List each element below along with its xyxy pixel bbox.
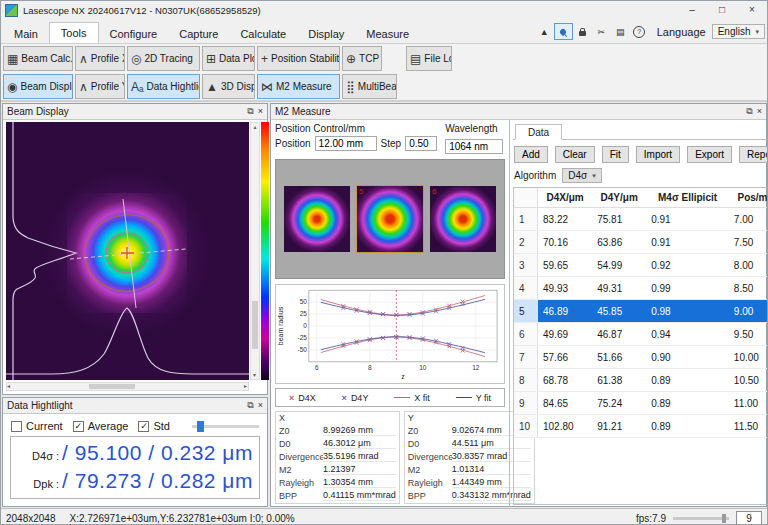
table-row-6[interactable]: 649.6946.870.949.50 — [514, 323, 768, 346]
wavelength-input[interactable] — [445, 139, 503, 154]
scroll-left-icon[interactable]: ◂ — [7, 383, 10, 390]
menu-item-measure[interactable]: Measure — [355, 24, 420, 43]
checkbox-current[interactable]: Current — [11, 420, 63, 432]
toolbar-button-2d-tracing[interactable]: ◎2D Tracing — [127, 46, 200, 71]
toolbar-button-profile-y[interactable]: ∧Profile Y — [75, 74, 125, 99]
fit-row-d0: D046.3012 μm — [279, 437, 396, 450]
close-icon[interactable]: × — [258, 106, 263, 117]
wavelength-label: Wavelength — [445, 123, 505, 134]
clear-button[interactable]: Clear — [555, 146, 595, 163]
checkbox-box[interactable] — [11, 421, 22, 432]
chevron-down-icon: ▾ — [592, 172, 596, 180]
import-button[interactable]: Import — [636, 146, 680, 163]
beam-thumbnail-1[interactable] — [284, 186, 350, 252]
fit-row-rayleigh: Rayleigh1.30354 mm — [279, 476, 396, 489]
checkbox-std[interactable]: ✓Std — [138, 420, 170, 432]
highlight-slider-thumb[interactable] — [197, 421, 204, 432]
table-row-3[interactable]: 359.6554.990.928.00 — [514, 254, 768, 277]
toolbar-button-position-stability[interactable]: +Position Stability — [257, 46, 340, 71]
data-highlight-controls: Current✓Average✓Std — [3, 414, 267, 434]
add-button[interactable]: Add — [514, 146, 548, 163]
scroll-right-icon[interactable]: ▸ — [244, 383, 247, 390]
frame-value-box[interactable]: 9 — [736, 511, 762, 525]
m2-left-column: Position Control/mm Position Step Wavele… — [271, 120, 509, 507]
log-file-icon[interactable]: ▤ — [611, 23, 630, 40]
checkbox-box[interactable]: ✓ — [73, 421, 84, 432]
status-bar: 2048x2048 X:2.726971e+03um,Y:6.232781e+0… — [1, 508, 767, 525]
table-header-index — [514, 188, 538, 208]
table-row-9[interactable]: 984.6575.240.8911.00 — [514, 392, 768, 415]
table-row-1[interactable]: 183.2275.810.917.00 — [514, 208, 768, 231]
menu-item-display[interactable]: Display — [297, 24, 355, 43]
table-row-8[interactable]: 868.7861.380.8910.50 — [514, 369, 768, 392]
toolbar-button-multibeam[interactable]: ⣿MultiBeam — [342, 74, 397, 99]
toolbar-button-tcp[interactable]: ⊕TCP — [342, 46, 382, 71]
restore-icon[interactable]: ⧉ — [247, 400, 253, 411]
scroll-up-icon[interactable]: ▴ — [251, 123, 259, 131]
fps-slider-thumb[interactable] — [722, 514, 726, 523]
report-button[interactable]: Report — [739, 146, 768, 163]
thumbnail-index: 6 — [432, 187, 436, 196]
close-icon[interactable]: × — [258, 400, 263, 411]
algorithm-dropdown[interactable]: D4σ▾ — [562, 168, 601, 183]
svg-text:6: 6 — [315, 364, 319, 371]
fit-button[interactable]: Fit — [602, 146, 629, 163]
table-cell: 59.65 — [538, 254, 593, 277]
toolbar-button-profile-x[interactable]: ∧Profile X — [75, 46, 125, 71]
toolbar-button-data-hightlight[interactable]: AₐData Hightlight — [127, 74, 200, 99]
beam-thumbnail-2[interactable]: 5 — [357, 186, 423, 252]
restore-icon[interactable]: ⧉ — [746, 106, 752, 117]
toolbar-button-m2-measure[interactable]: ⋈M2 Measure — [257, 74, 340, 99]
menu-item-tools[interactable]: Tools — [49, 22, 99, 43]
toolbar-button-label: Data Plot — [219, 53, 255, 64]
toolbar-button-data-plot[interactable]: ⊞Data Plot — [202, 46, 255, 71]
menu-item-configure[interactable]: Configure — [99, 24, 169, 43]
highlight-slider[interactable] — [192, 425, 259, 428]
svg-text:25: 25 — [300, 310, 308, 317]
fps-slider[interactable] — [673, 517, 729, 520]
scissors-icon[interactable]: ✂ — [592, 23, 611, 40]
horizontal-scroll-thumb[interactable] — [89, 384, 135, 389]
horizontal-scrollbar[interactable]: ◂▸ — [6, 382, 249, 391]
menu-item-capture[interactable]: Capture — [168, 24, 229, 43]
table-cell: 91.21 — [592, 415, 646, 438]
collapse-icon[interactable]: ▲ — [535, 23, 554, 40]
table-row-7[interactable]: 757.6651.660.9010.00 — [514, 346, 768, 369]
step-input[interactable] — [405, 136, 437, 151]
fit-row-m2: M21.21397 — [279, 463, 396, 476]
menu-item-calculate[interactable]: Calculate — [229, 24, 297, 43]
menu-item-main[interactable]: Main — [3, 24, 49, 43]
help-icon[interactable]: ? — [630, 23, 649, 40]
tab-data[interactable]: Data — [515, 124, 562, 140]
close-icon[interactable]: × — [757, 106, 762, 117]
beam-image[interactable] — [6, 122, 249, 380]
toolbar-button-3d-display[interactable]: ▲3D Display — [202, 74, 255, 99]
table-cell: 8.50 — [729, 277, 768, 300]
fit-value: 46.3012 μm — [323, 438, 396, 449]
toolbar-button-beam-display[interactable]: ◉Beam Display — [3, 74, 73, 99]
checkbox-box[interactable]: ✓ — [138, 421, 149, 432]
export-button[interactable]: Export — [687, 146, 732, 163]
table-row-2[interactable]: 270.1663.860.917.50 — [514, 231, 768, 254]
restore-icon[interactable]: ⧉ — [247, 106, 253, 117]
vertical-scrollbar[interactable]: ▴▾ — [250, 122, 260, 380]
checkbox-average[interactable]: ✓Average — [73, 420, 129, 432]
minimize-button[interactable]: – — [677, 1, 707, 19]
table-row-4[interactable]: 449.9349.310.998.50 — [514, 277, 768, 300]
lock-icon[interactable] — [573, 23, 592, 40]
table-row-5[interactable]: 546.8945.850.989.00 — [514, 300, 768, 323]
legend-line — [456, 397, 472, 398]
beam-thumbnail-3[interactable]: 6 — [430, 186, 496, 252]
vertical-scroll-thumb[interactable] — [252, 301, 258, 349]
toolbar-button-beam-calc[interactable]: ▦Beam Calc. — [3, 46, 73, 71]
table-cell: 11.00 — [729, 392, 768, 415]
close-button[interactable]: × — [737, 1, 767, 19]
toolbar-button-file-log[interactable]: ▤File Log — [406, 46, 452, 71]
table-cell: 45.85 — [592, 300, 646, 323]
position-input[interactable] — [315, 136, 377, 151]
language-dropdown[interactable]: English▾ — [712, 24, 765, 39]
table-row-10[interactable]: 10102.8091.210.8911.50 — [514, 415, 768, 438]
scroll-down-icon[interactable]: ▾ — [253, 371, 256, 379]
pin-icon[interactable] — [554, 23, 573, 40]
maximize-button[interactable]: □ — [707, 1, 737, 19]
